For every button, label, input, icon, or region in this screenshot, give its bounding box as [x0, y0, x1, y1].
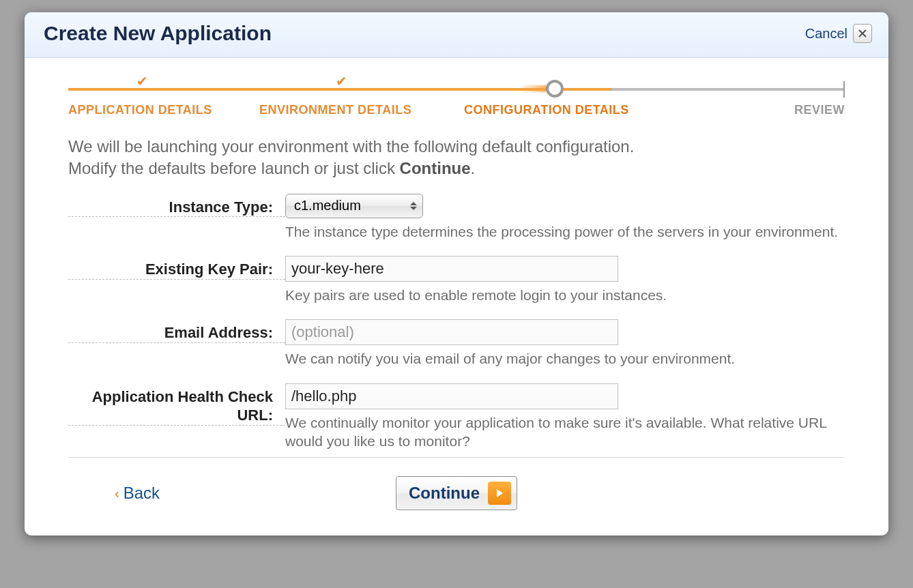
- help-key-pair: Key pairs are used to enable remote logi…: [285, 286, 845, 304]
- key-pair-input[interactable]: [285, 256, 618, 282]
- continue-button[interactable]: Continue: [396, 476, 517, 510]
- cancel-group: Cancel: [805, 24, 872, 43]
- chevron-left-icon: ‹: [115, 486, 119, 501]
- row-healthcheck: Application Health Check URL: We continu…: [68, 383, 845, 451]
- cancel-link[interactable]: Cancel: [805, 26, 847, 42]
- healthcheck-input[interactable]: [285, 383, 618, 409]
- divider: [68, 457, 845, 458]
- label-healthcheck: Application Health Check URL:: [68, 383, 285, 426]
- dialog-title: Create New Application: [44, 22, 272, 45]
- wizard-step-configuration[interactable]: CONFIGURATION DETAILS: [464, 103, 682, 117]
- help-instance-type: The instance type determines the process…: [285, 222, 845, 241]
- check-icon: ✔: [336, 73, 347, 89]
- create-application-dialog: Create New Application Cancel ✔ ✔: [25, 12, 888, 535]
- wizard-steps: ✔ ✔ APPLICATION DETAILS ENVIRONMENT DETA…: [68, 72, 845, 125]
- close-button[interactable]: [853, 24, 872, 43]
- updown-icon: [410, 202, 417, 210]
- intro-text: We will be launching your environment wi…: [68, 136, 845, 180]
- instance-type-value: c1.medium: [294, 198, 361, 214]
- config-form: Instance Type: c1.medium The instance ty…: [68, 194, 845, 512]
- label-key-pair: Existing Key Pair:: [68, 256, 285, 280]
- dialog-titlebar: Create New Application Cancel: [25, 12, 888, 58]
- wizard-current-knob: [546, 80, 564, 98]
- row-email: Email Address: We can notify you via ema…: [68, 319, 845, 368]
- email-input[interactable]: [285, 319, 618, 345]
- svg-marker-2: [497, 489, 503, 497]
- dialog-footer: ‹ Back Continue: [85, 474, 828, 512]
- row-instance-type: Instance Type: c1.medium The instance ty…: [68, 194, 845, 241]
- row-key-pair: Existing Key Pair: Key pairs are used to…: [68, 256, 845, 304]
- instance-type-select[interactable]: c1.medium: [285, 194, 423, 218]
- label-email: Email Address:: [68, 319, 285, 343]
- help-email: We can notify you via email of any major…: [285, 349, 845, 368]
- help-healthcheck: We continually monitor your application …: [285, 413, 845, 451]
- back-link[interactable]: ‹ Back: [115, 484, 160, 503]
- arrow-right-icon: [488, 482, 511, 505]
- wizard-step-environment[interactable]: ENVIRONMENT DETAILS: [259, 103, 464, 117]
- close-icon: [858, 29, 867, 38]
- check-icon: ✔: [136, 73, 148, 89]
- wizard-step-application[interactable]: APPLICATION DETAILS: [68, 103, 259, 117]
- wizard-step-review[interactable]: REVIEW: [682, 103, 845, 117]
- label-instance-type: Instance Type:: [68, 194, 285, 218]
